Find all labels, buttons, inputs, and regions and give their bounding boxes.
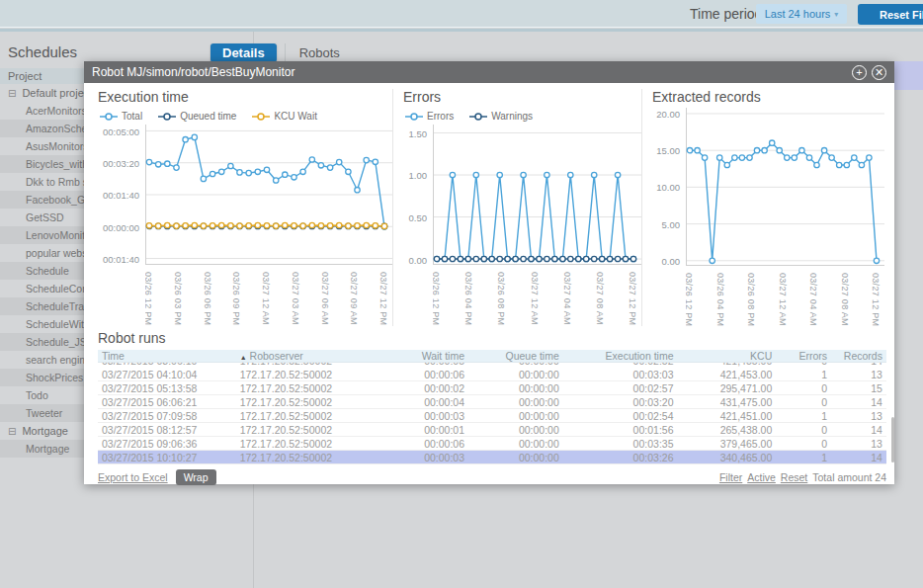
chart-title: Execution time — [98, 89, 392, 108]
collapse-icon[interactable]: ⊟ — [8, 426, 16, 437]
column-header-records[interactable]: Records — [831, 350, 886, 362]
column-header-wait-time[interactable]: Wait time — [385, 350, 468, 362]
table-header-row: Time▲RoboserverWait timeQueue timeExecut… — [98, 350, 886, 363]
chart-legend: TotalQueued timeKCU Wait — [98, 108, 392, 125]
modal-titlebar: Robot MJ/simon/robot/BestBuyMonitor + ✕ — [84, 61, 894, 83]
legend-marker-icon — [469, 112, 487, 122]
chart-plot-area — [145, 125, 392, 269]
close-icon[interactable]: ✕ — [872, 65, 886, 80]
column-header-time[interactable]: Time — [98, 350, 236, 362]
column-header-roboserver[interactable]: ▲Roboserver — [236, 350, 386, 362]
column-header-queue-time[interactable]: Queue time — [468, 350, 563, 362]
column-header-errors[interactable]: Errors — [776, 350, 831, 362]
tab-robots[interactable]: Robots — [285, 43, 352, 62]
modal-title: Robot MJ/simon/robot/BestBuyMonitor — [92, 65, 847, 79]
table-scrollbar[interactable] — [891, 417, 894, 462]
active-link[interactable]: Active — [747, 471, 776, 483]
total-amount-label: Total amount 24 — [812, 471, 886, 483]
collapse-icon[interactable]: ⊟ — [8, 88, 16, 99]
time-period-dropdown[interactable]: Last 24 hours ▾ — [756, 4, 847, 24]
filter-link[interactable]: Filter — [719, 471, 742, 483]
legend-marker-icon — [158, 112, 176, 122]
reset-link[interactable]: Reset — [781, 471, 807, 483]
wrap-button[interactable]: Wrap — [176, 469, 216, 485]
column-header-execution-time[interactable]: Execution time — [563, 350, 678, 362]
chart-legend: ErrorsWarnings — [403, 108, 641, 125]
charts-row: Execution time TotalQueued timeKCU Wait … — [84, 83, 894, 326]
x-axis-labels: 03/26 12 PM03/26 04 PM03/26 08 PM03/27 1… — [433, 269, 641, 326]
chevron-down-icon: ▾ — [834, 10, 838, 19]
chart-title: Errors — [403, 89, 641, 108]
x-axis-labels: 03/26 12 PM03/26 03 PM03/26 06 PM03/26 0… — [145, 269, 392, 326]
y-axis-labels: 1.501.000.500.00 — [403, 125, 433, 269]
sort-asc-icon: ▲ — [240, 354, 247, 361]
execution-time-chart: Execution time TotalQueued timeKCU Wait … — [98, 89, 392, 326]
legend-total[interactable]: Total — [100, 111, 142, 122]
legend-marker-icon — [405, 112, 423, 122]
tabs: DetailsRobots — [210, 42, 352, 63]
robot-runs-section: Robot runs Time▲RoboserverWait timeQueue… — [84, 326, 894, 488]
legend-marker-icon — [252, 112, 270, 122]
robot-runs-table: Time▲RoboserverWait timeQueue timeExecut… — [98, 350, 886, 464]
table-row[interactable]: 03/27/2015 07:09:58172.17.20.52:5000200:… — [98, 409, 886, 423]
x-axis-labels: 03/26 12 PM03/26 04 PM03/26 08 PM03/27 1… — [686, 270, 884, 326]
y-axis-labels: 00:05:0000:03:2000:01:4000:00:0000:01:40 — [98, 125, 145, 269]
legend-warnings[interactable]: Warnings — [469, 111, 533, 122]
errors-chart: Errors ErrorsWarnings 1.501.000.500.00 0… — [392, 89, 641, 326]
chart-plot-area — [686, 108, 884, 270]
footer-links: FilterActiveResetTotal amount 24 — [719, 471, 886, 483]
table-row[interactable]: 03/27/2015 05:13:58172.17.20.52:5000200:… — [98, 381, 886, 395]
legend-marker-icon — [100, 112, 118, 122]
table-row[interactable]: 03/27/2015 10:10:27172.17.20.52:5000200:… — [98, 451, 886, 464]
chart-plot-area — [433, 125, 641, 269]
legend-kcu-wait[interactable]: KCU Wait — [252, 111, 317, 122]
tab-details[interactable]: Details — [210, 43, 277, 62]
reset-filters-button[interactable]: Reset Filters — [858, 4, 923, 25]
table-row[interactable]: 03/27/2015 06:06:21172.17.20.52:5000200:… — [98, 395, 886, 409]
time-period-label: Time period — [690, 6, 762, 22]
add-icon[interactable]: + — [852, 65, 867, 80]
table-footer: Export to Excel Wrap FilterActiveResetTo… — [98, 466, 886, 488]
y-axis-labels: 20.0015.0010.005.000.00 — [652, 108, 686, 270]
robot-runs-title: Robot runs — [98, 330, 886, 350]
table-row[interactable]: 03/27/2015 09:06:36172.17.20.52:5000200:… — [98, 437, 886, 451]
legend-errors[interactable]: Errors — [405, 111, 454, 122]
table-row[interactable]: 03/27/2015 08:12:57172.17.20.52:5000200:… — [98, 423, 886, 437]
chart-title: Extracted records — [652, 89, 884, 108]
table-row[interactable]: 03/27/2015 04:10:04172.17.20.52:5000200:… — [98, 368, 886, 381]
column-header-kcu[interactable]: KCU — [677, 350, 776, 362]
legend-queued-time[interactable]: Queued time — [158, 111, 236, 122]
background-selected-block — [894, 61, 923, 90]
robot-detail-modal: Robot MJ/simon/robot/BestBuyMonitor + ✕ … — [84, 61, 894, 484]
extracted-records-chart: Extracted records 20.0015.0010.005.000.0… — [641, 89, 884, 326]
topbar: Time period Last 24 hours ▾ Reset Filter… — [0, 0, 923, 28]
time-period-value: Last 24 hours — [765, 8, 831, 20]
export-to-excel-link[interactable]: Export to Excel — [98, 471, 168, 483]
